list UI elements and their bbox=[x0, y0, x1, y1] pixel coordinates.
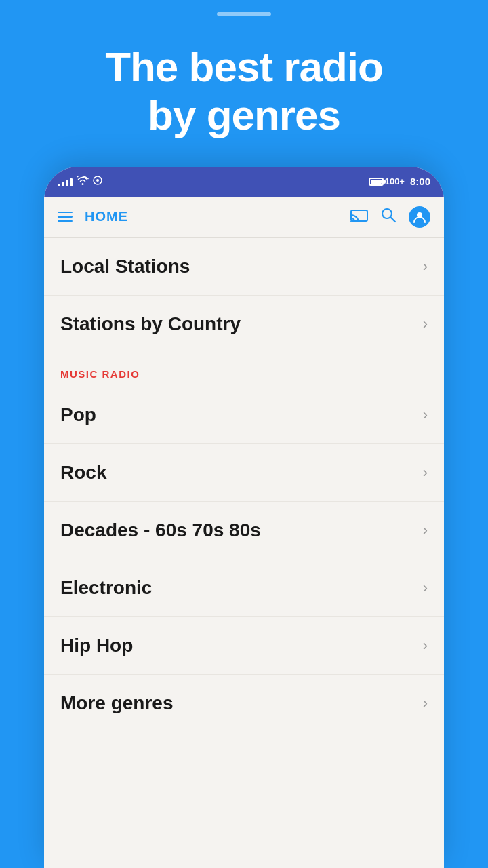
battery-icon bbox=[369, 178, 384, 186]
chevron-icon: › bbox=[423, 406, 428, 424]
svg-point-1 bbox=[96, 179, 99, 182]
battery-indicator: 100+ bbox=[369, 176, 405, 186]
chevron-icon: › bbox=[423, 464, 428, 481]
chevron-icon: › bbox=[423, 579, 428, 597]
header-section: The best radio by genres bbox=[105, 43, 383, 140]
toolbar-icons bbox=[350, 206, 430, 228]
status-time: 8:00 bbox=[410, 176, 430, 187]
menu-list: Local Stations › Stations by Country › M… bbox=[44, 238, 444, 868]
menu-item-more-genres[interactable]: More genres › bbox=[44, 675, 444, 732]
hamburger-menu-icon[interactable] bbox=[58, 212, 73, 222]
header-title: The best radio by genres bbox=[105, 43, 383, 140]
status-right: 100+ 8:00 bbox=[369, 176, 430, 187]
app-toolbar: HOME bbox=[44, 197, 444, 238]
phone-mockup: 100+ 8:00 HOME bbox=[44, 167, 444, 868]
top-notch-bar bbox=[0, 0, 488, 22]
chevron-icon: › bbox=[423, 521, 428, 539]
svg-line-5 bbox=[391, 217, 396, 222]
status-left bbox=[58, 176, 102, 188]
battery-label: 100+ bbox=[385, 176, 405, 186]
menu-item-decades[interactable]: Decades - 60s 70s 80s › bbox=[44, 502, 444, 559]
status-bar: 100+ 8:00 bbox=[44, 167, 444, 197]
profile-icon[interactable] bbox=[409, 206, 430, 228]
menu-item-hip-hop[interactable]: Hip Hop › bbox=[44, 617, 444, 675]
chevron-icon: › bbox=[423, 315, 428, 333]
chevron-icon: › bbox=[423, 258, 428, 275]
menu-item-rock[interactable]: Rock › bbox=[44, 444, 444, 502]
search-icon[interactable] bbox=[380, 207, 396, 227]
menu-item-electronic[interactable]: Electronic › bbox=[44, 559, 444, 617]
chevron-icon: › bbox=[423, 637, 428, 654]
music-radio-section-label: MUSIC RADIO bbox=[44, 353, 444, 387]
chevron-icon: › bbox=[423, 694, 428, 712]
app-title: HOME bbox=[85, 209, 350, 224]
gps-icon bbox=[93, 176, 102, 187]
wifi-icon bbox=[77, 176, 89, 188]
menu-item-pop[interactable]: Pop › bbox=[44, 387, 444, 444]
menu-item-local-stations[interactable]: Local Stations › bbox=[44, 238, 444, 296]
signal-bars-icon bbox=[58, 177, 73, 186]
cast-icon[interactable] bbox=[350, 208, 368, 226]
menu-item-stations-by-country[interactable]: Stations by Country › bbox=[44, 296, 444, 353]
notch-line bbox=[217, 12, 271, 16]
